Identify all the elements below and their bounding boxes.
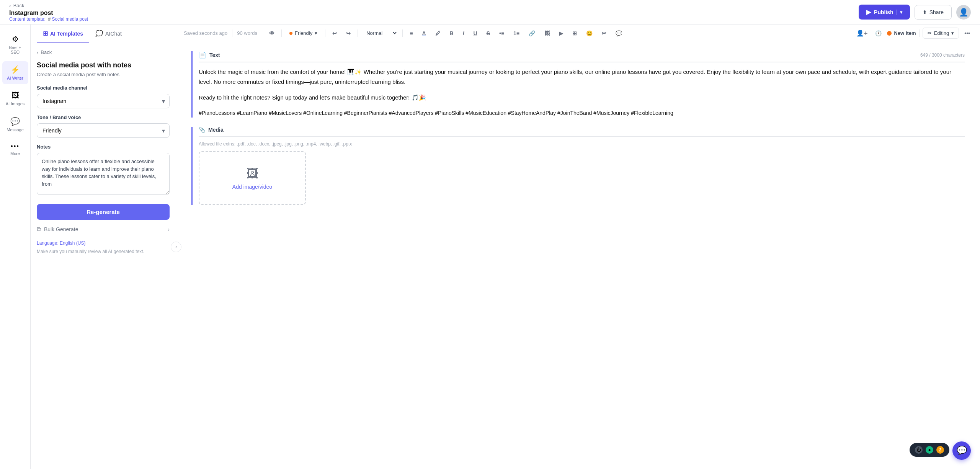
notes-textarea[interactable]: Online piano lessons offer a flexible an… (37, 153, 170, 195)
ai-images-icon: 🖼 (11, 91, 19, 100)
strikethrough-button[interactable]: S (484, 29, 492, 38)
text-block-title: 📄 Text (199, 51, 220, 59)
bulk-generate-icon: ⧉ (37, 226, 41, 233)
sidebar-item-more[interactable]: ••• More (2, 139, 28, 160)
bold-button[interactable]: B (448, 29, 456, 38)
language-value[interactable]: English (US) (60, 240, 85, 246)
sidebar-brief-seo-label: Brief + SEO (5, 45, 25, 54)
sidebar-item-ai-writer[interactable]: ⚡ AI Writer (2, 61, 28, 84)
align-icon: ≡ (410, 30, 413, 36)
more-options-button[interactable]: ••• (962, 29, 972, 38)
more-icon: ••• (11, 143, 20, 150)
back-button[interactable]: ‹ Back (9, 3, 88, 9)
regenerate-button[interactable]: Re-generate (37, 204, 170, 220)
editor-text[interactable]: Unlock the magic of music from the comfo… (199, 67, 965, 118)
text-hashtags: #PianoLessons #LearnPiano #MusicLovers #… (199, 109, 965, 118)
media-content-block: 📎 Media Allowed file extns: .pdf, .doc, … (191, 127, 965, 205)
panel-back-label: Back (41, 49, 52, 55)
save-status: Saved seconds ago (184, 30, 227, 36)
new-item-dot (887, 31, 892, 36)
panel-back-icon: ‹ (37, 49, 38, 55)
underline-button[interactable]: U (471, 29, 480, 38)
tab-ai-chat[interactable]: 💭 AIChat (89, 25, 128, 43)
tab-ai-templates-label: AI Templates (50, 31, 83, 37)
bullet-list-button[interactable]: •≡ (497, 29, 506, 38)
redo-button[interactable]: ↪ (344, 29, 353, 38)
upload-image-icon: 🖼 (246, 167, 258, 181)
avatar[interactable]: 👤 (956, 5, 971, 20)
tab-ai-templates[interactable]: ⊞ AI Templates (37, 25, 89, 43)
save-status-text: Saved seconds ago (184, 30, 227, 36)
upload-area[interactable]: 🖼 Add image/video (199, 151, 306, 205)
bulk-generate-label: Bulk Generate (44, 226, 78, 232)
divider-7 (919, 29, 920, 37)
template-title: Social media post with notes (37, 61, 170, 69)
back-arrow-icon: ‹ (9, 3, 11, 9)
text-block-icon: 📄 (199, 51, 206, 59)
editing-mode-button[interactable]: ✏ Editing ▾ (923, 28, 959, 39)
comment-icon: 💬 (616, 30, 622, 36)
undo-button[interactable]: ↩ (330, 29, 339, 38)
upload-link-label[interactable]: Add image/video (232, 184, 272, 190)
share-button[interactable]: ⬆ Share (915, 5, 952, 20)
highlight-icon: 🖊 (435, 30, 441, 36)
top-header: ‹ Back Instagram post Content template: … (0, 0, 980, 25)
history-button[interactable]: 🕐 (873, 29, 884, 38)
assign-user-button[interactable]: 👤+ (854, 28, 870, 38)
collapse-panel-button[interactable]: ‹ (171, 242, 181, 252)
notes-label: Notes (37, 144, 170, 150)
visibility-button[interactable]: 👁 (267, 29, 277, 38)
sidebar-item-brief-seo[interactable]: ⚙ Brief + SEO (2, 31, 28, 58)
tone-chevron-icon: ▾ (315, 30, 317, 36)
format-select[interactable]: Normal Heading 1 Heading 2 (363, 28, 398, 38)
chat-button[interactable]: 💬 (952, 441, 971, 460)
play-button[interactable]: ▶ (557, 29, 565, 38)
text-paragraph-2: Ready to hit the right notes? Sign up to… (199, 93, 965, 103)
sidebar-ai-images-label: AI Images (6, 101, 25, 106)
sidebar-item-ai-images[interactable]: 🖼 AI Images (2, 87, 28, 110)
floating-indicators: ⏻ ● 2 (910, 443, 949, 457)
divider-1 (232, 29, 232, 37)
tone-select[interactable]: Friendly Professional Casual Formal (37, 123, 170, 138)
main-layout: ⚙ Brief + SEO ⚡ AI Writer 🖼 AI Images 💬 … (0, 25, 980, 469)
text-color-button[interactable]: A (420, 29, 428, 38)
publish-button[interactable]: ▶ Publish ▾ (859, 5, 910, 20)
indicator-power-icon: ⏻ (915, 446, 923, 454)
link-button[interactable]: 🔗 (526, 29, 537, 38)
table-button[interactable]: ⊞ (570, 29, 579, 38)
divider-6 (402, 29, 403, 37)
publish-arrow-icon: ▶ (866, 8, 871, 16)
bulk-generate-button[interactable]: ⧉ Bulk Generate › (37, 226, 170, 233)
highlight-button[interactable]: 🖊 (433, 29, 443, 38)
share-icon: ⬆ (923, 9, 927, 15)
left-panel-container: ⊞ AI Templates 💭 AIChat ‹ Back Social me… (31, 25, 176, 469)
table-icon: ⊞ (572, 30, 577, 36)
align-button[interactable]: ≡ (407, 29, 415, 38)
word-count: 90 words (237, 30, 257, 36)
italic-button[interactable]: I (461, 29, 467, 38)
image-insert-button[interactable]: 🖼 (542, 29, 552, 38)
header-right: ▶ Publish ▾ ⬆ Share 👤 (859, 5, 971, 20)
sidebar-more-label: More (10, 151, 20, 156)
tone-dropdown-label: Friendly (295, 30, 312, 36)
cut-icon: ✂ (602, 30, 606, 36)
tone-dropdown[interactable]: Friendly ▾ (286, 29, 320, 38)
cut-button[interactable]: ✂ (599, 29, 609, 38)
breadcrumb: Content template: # Social media post (9, 16, 88, 22)
divider-3 (281, 29, 282, 37)
media-block-label: Media (208, 127, 224, 133)
text-color-icon: A (422, 30, 426, 36)
panel-back-button[interactable]: ‹ Back (37, 49, 170, 55)
emoji-button[interactable]: 😊 (584, 29, 595, 38)
redo-icon: ↪ (346, 30, 351, 36)
sidebar-item-message[interactable]: 💬 Message (2, 113, 28, 136)
assign-user-icon: 👤+ (856, 29, 867, 37)
more-options-icon: ••• (964, 30, 970, 36)
breadcrumb-link[interactable]: Social media post (52, 16, 88, 22)
channel-select[interactable]: Instagram Facebook Twitter LinkedIn TikT… (37, 94, 170, 108)
comment-button[interactable]: 💬 (613, 29, 624, 38)
numbered-list-button[interactable]: 1≡ (511, 29, 522, 38)
ai-templates-icon: ⊞ (43, 30, 48, 37)
media-block-icon: 📎 (199, 127, 205, 133)
text-block-header: 📄 Text 649 / 3000 characters (199, 51, 965, 62)
